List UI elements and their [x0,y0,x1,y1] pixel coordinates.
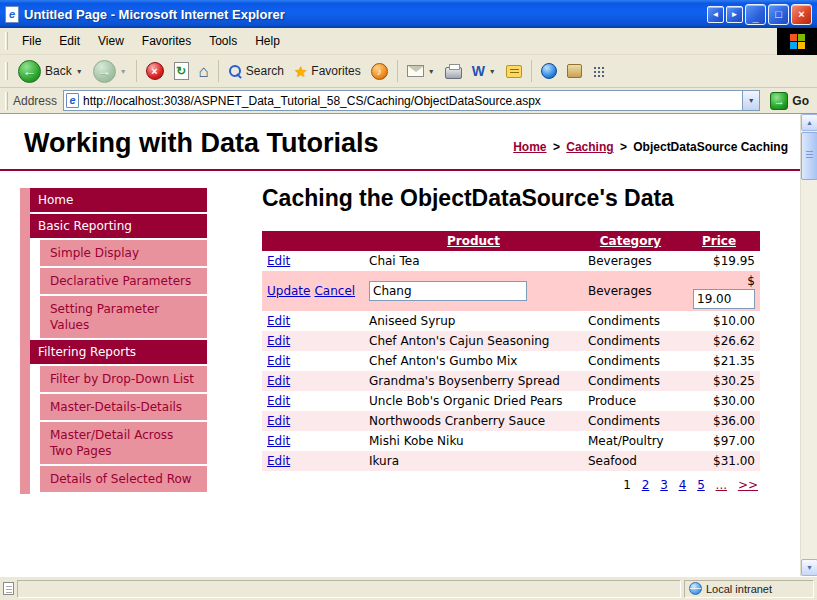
search-icon [228,64,242,78]
menu-tools[interactable]: Tools [200,30,246,52]
ie-page-icon: e [5,6,19,23]
mail-dropdown-icon[interactable]: ▼ [428,68,435,75]
media-button[interactable]: ♪ [366,61,393,82]
forward-button[interactable]: → ▼ [88,58,132,85]
action-cell: UpdateCancel [262,271,364,311]
grid-header-price: Price [678,231,760,251]
pager-page-2-link[interactable]: 2 [642,478,650,492]
go-button[interactable]: → Go [766,90,813,112]
product-edit-input[interactable] [369,281,527,301]
edit-link[interactable]: Edit [267,414,290,428]
edit-link[interactable]: Edit [267,314,290,328]
table-row: Edit Ikura Seafood $31.00 [262,451,760,471]
edit-with-word-button[interactable]: W▼ [467,62,501,80]
sidebar-item-simple-display[interactable]: Simple Display [40,240,207,266]
product-cell: Chef Anton's Cajun Seasoning [364,331,583,351]
page-title: Caching the ObjectDataSource's Data [262,184,697,213]
refresh-glyph: ↻ [176,64,186,78]
table-row: Edit Grandma's Boysenberry Spread Condim… [262,371,760,391]
back-button[interactable]: ← Back ▼ [13,58,88,85]
edit-dropdown-icon[interactable]: ▼ [489,68,496,75]
breadcrumb-home-link[interactable]: Home [513,140,546,154]
pager-last-link[interactable]: >> [738,478,758,492]
window-title: Untitled Page - Microsoft Internet Explo… [24,7,705,22]
menu-edit[interactable]: Edit [50,30,89,52]
messenger-icon [541,63,557,79]
pager-page-3-link[interactable]: 3 [660,478,668,492]
action-cell: Edit [262,311,364,331]
favorites-button[interactable]: ★ Favorites [289,62,366,81]
restore-button[interactable]: □ [768,4,789,25]
messenger-button[interactable] [536,61,562,81]
sidebar-item-basic-reporting[interactable]: Basic Reporting [30,214,207,238]
sort-price-link[interactable]: Price [702,234,736,248]
research-button[interactable] [562,62,587,80]
close-icon: × [798,8,804,20]
mail-button[interactable]: ▼ [402,63,440,79]
edit-link[interactable]: Edit [267,254,290,268]
grid-dots-icon [592,65,605,78]
sidebar-item-filter-by-dropdown-list[interactable]: Filter by Drop-Down List [40,366,207,392]
pager-page-5-link[interactable]: 5 [697,478,705,492]
media-icon: ♪ [371,63,388,80]
back-dropdown-icon[interactable]: ▼ [76,68,83,75]
address-dropdown-button[interactable]: ▼ [742,91,759,110]
print-button[interactable] [440,62,467,81]
product-cell: Mishi Kobe Niku [364,431,583,451]
pager-page-4-link[interactable]: 4 [679,478,687,492]
product-cell: Chai Tea [364,251,583,271]
edit-link[interactable]: Edit [267,374,290,388]
menubar: File Edit View Favorites Tools Help [0,28,817,55]
pager-ellipsis-link[interactable]: ... [716,478,727,492]
category-cell: Condiments [583,331,678,351]
sidebar-item-home[interactable]: Home [30,188,207,212]
edit-link[interactable]: Edit [267,454,290,468]
home-button[interactable]: ⌂ [194,61,214,82]
sidebar-item-master-detail-two-pages[interactable]: Master/Detail Across Two Pages [40,422,207,464]
edit-link[interactable]: Edit [267,434,290,448]
action-cell: Edit [262,371,364,391]
status-page-icon [3,582,14,595]
forward-icon: → [93,60,116,83]
menu-favorites[interactable]: Favorites [133,30,200,52]
sort-product-link[interactable]: Product [447,234,500,248]
vertical-scrollbar[interactable]: ▲ ▼ [800,114,817,576]
address-input[interactable] [83,92,742,109]
search-button[interactable]: Search [223,62,289,80]
scroll-down-button[interactable]: ▼ [801,559,817,576]
edit-link[interactable]: Edit [267,354,290,368]
category-cell: Condiments [583,311,678,331]
category-cell: Condiments [583,371,678,391]
titlebar-extra-back-button[interactable]: ◄ [707,6,724,23]
discuss-button[interactable] [501,63,527,80]
menu-view[interactable]: View [89,30,133,52]
menu-help[interactable]: Help [246,30,289,52]
price-edit-input[interactable] [693,289,755,309]
quick-links-button[interactable] [587,63,610,80]
table-row: Edit Mishi Kobe Niku Meat/Poultry $97.00 [262,431,760,451]
sidebar-item-setting-parameter-values[interactable]: Setting Parameter Values [40,296,207,338]
scrollbar-thumb[interactable] [801,132,817,180]
edit-link[interactable]: Edit [267,334,290,348]
sidebar-item-master-details-details[interactable]: Master-Details-Details [40,394,207,420]
breadcrumb-caching-link[interactable]: Caching [566,140,613,154]
edit-link[interactable]: Edit [267,394,290,408]
table-row: Edit Chef Anton's Cajun Seasoning Condim… [262,331,760,351]
stop-button[interactable]: × [141,60,169,82]
minimize-button[interactable]: _ [745,4,766,25]
sidebar-item-declarative-parameters[interactable]: Declarative Parameters [40,268,207,294]
sidebar-item-filtering-reports[interactable]: Filtering Reports [30,340,207,364]
menu-file[interactable]: File [13,30,50,52]
pager-row: 1 2 3 4 5 ... >> [262,471,760,497]
titlebar-extra-forward-button[interactable]: ► [726,6,743,23]
close-button[interactable]: × [791,4,812,25]
category-cell: Beverages [583,251,678,271]
cancel-link[interactable]: Cancel [314,284,355,298]
sort-category-link[interactable]: Category [600,234,661,248]
update-link[interactable]: Update [267,284,310,298]
refresh-button[interactable]: ↻ [169,60,194,82]
search-label: Search [246,64,284,78]
scroll-up-button[interactable]: ▲ [801,114,817,131]
sidebar-item-details-of-selected-row[interactable]: Details of Selected Row [40,466,207,492]
action-cell: Edit [262,451,364,471]
